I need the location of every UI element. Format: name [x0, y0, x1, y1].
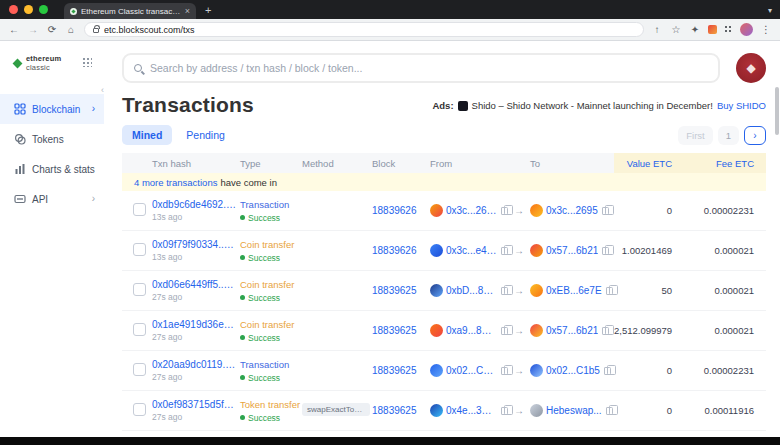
copy-icon[interactable]: [501, 407, 508, 415]
copy-icon[interactable]: [501, 327, 508, 335]
search-icon: [134, 64, 142, 72]
to-avatar: [530, 364, 543, 377]
block-link[interactable]: 18839625: [372, 405, 430, 416]
txn-hash-link[interactable]: 0x20aa9dc0119...eb87: [152, 359, 236, 370]
from-address-link[interactable]: 0x3c...2695: [446, 205, 497, 216]
forward-button[interactable]: →: [27, 25, 39, 35]
search-input[interactable]: [150, 62, 708, 74]
tab-mined[interactable]: Mined: [122, 125, 172, 145]
sidebar-collapse-handle[interactable]: ‹: [101, 85, 104, 95]
block-link[interactable]: 18839625: [372, 365, 430, 376]
ethereum-classic-logo-icon: [13, 59, 23, 69]
from-address-link[interactable]: 0x02...C1b5: [446, 365, 497, 376]
browser-menu-icon[interactable]: ⋮: [760, 25, 772, 35]
to-avatar: [530, 204, 543, 217]
from-address-link[interactable]: 0x4e...3903: [446, 405, 497, 416]
col-fee-etc-sort[interactable]: Fee ETC: [680, 153, 766, 173]
copy-icon[interactable]: [606, 407, 613, 415]
ads-label: Ads:: [432, 100, 453, 111]
sidebar-item-blockchain[interactable]: Blockchain ›: [0, 94, 104, 124]
to-address-link[interactable]: 0x57...6b21: [546, 245, 598, 256]
txn-type-label: Coin transfer: [240, 239, 302, 250]
buy-shido-link[interactable]: Buy SHIDO: [717, 100, 766, 111]
copy-icon[interactable]: [602, 327, 609, 335]
tx-flag-icon[interactable]: [133, 363, 146, 376]
col-method: Method: [302, 158, 372, 169]
page-title: Transactions: [122, 93, 254, 117]
block-link[interactable]: 18839626: [372, 245, 430, 256]
sidebar-item-tokens[interactable]: Tokens: [0, 124, 104, 154]
browser-tab[interactable]: Ethereum Classic transactions... ×: [64, 3, 196, 19]
pagination: First 1 ›: [678, 126, 766, 145]
txn-age: 27s ago: [152, 412, 236, 422]
copy-icon[interactable]: [501, 367, 508, 375]
new-tab-button[interactable]: +: [205, 5, 211, 19]
scrollbar[interactable]: [775, 87, 779, 135]
profile-avatar[interactable]: [740, 23, 753, 36]
block-link[interactable]: 18839625: [372, 285, 430, 296]
to-address-link[interactable]: 0x57...6b21: [546, 325, 598, 336]
copy-icon[interactable]: [501, 207, 508, 215]
col-value-etc-sort[interactable]: Value ETC: [614, 153, 680, 173]
tx-flag-icon[interactable]: [133, 283, 146, 296]
txn-age: 13s ago: [152, 252, 236, 262]
back-button[interactable]: ←: [8, 25, 20, 35]
tx-flag-icon[interactable]: [133, 403, 146, 416]
home-button[interactable]: ⌂: [65, 25, 77, 35]
from-address-link[interactable]: 0xbD...8DbE: [446, 285, 497, 296]
copy-icon[interactable]: [501, 287, 508, 295]
from-address-link[interactable]: 0xa9...893b: [446, 325, 497, 336]
copy-icon[interactable]: [501, 247, 508, 255]
extensions-puzzle-icon[interactable]: ✦: [689, 25, 701, 35]
bookmark-star-icon[interactable]: ☆: [670, 25, 682, 35]
apps-grid-icon[interactable]: [82, 57, 92, 67]
chevron-down-icon[interactable]: ▾: [768, 6, 772, 15]
copy-icon[interactable]: [602, 207, 609, 215]
zoom-window-button[interactable]: [39, 5, 48, 14]
table-row: 0xd06e6449ff5...b75927s ago Coin transfe…: [122, 271, 766, 311]
tx-flag-icon[interactable]: [133, 243, 146, 256]
bottom-bar: [0, 437, 780, 445]
tx-flag-icon[interactable]: [133, 323, 146, 336]
share-icon[interactable]: ↑: [651, 25, 663, 35]
txn-fee: 0.00011916: [680, 405, 766, 416]
copy-icon[interactable]: [606, 287, 613, 295]
txn-hash-link[interactable]: 0x09f79f90334...2431: [152, 239, 236, 250]
from-address-link[interactable]: 0x3c...e4A9: [446, 245, 497, 256]
txn-hash-link[interactable]: 0x1ae4919d36e...8c19: [152, 319, 236, 330]
block-link[interactable]: 18839626: [372, 205, 430, 216]
tab-pending[interactable]: Pending: [176, 125, 235, 145]
txn-status: Success: [240, 213, 302, 223]
charts-icon: [14, 163, 26, 175]
pagination-first-button[interactable]: First: [678, 126, 712, 145]
to-address-link[interactable]: 0x02...C1b5: [546, 365, 600, 376]
to-address-link[interactable]: Hebeswap...: [546, 405, 602, 416]
txn-hash-link[interactable]: 0xdb9c6de4692...e856: [152, 199, 236, 210]
minimize-window-button[interactable]: [24, 5, 33, 14]
extension-icon[interactable]: [708, 25, 717, 34]
col-type: Type: [240, 158, 302, 169]
view-tabs: Mined Pending: [122, 125, 235, 145]
copy-icon[interactable]: [604, 367, 611, 375]
tab-title: Ethereum Classic transactions...: [81, 7, 181, 16]
close-window-button[interactable]: [9, 5, 18, 14]
pagination-page-number[interactable]: 1: [718, 126, 739, 145]
block-link[interactable]: 18839625: [372, 325, 430, 336]
to-address-link[interactable]: 0x3c...2695: [546, 205, 598, 216]
to-address-link[interactable]: 0xEB...6e7E: [546, 285, 602, 296]
tab-close-icon[interactable]: ×: [185, 7, 190, 16]
txn-hash-link[interactable]: 0x0ef983715d5f...95cf: [152, 399, 236, 410]
apps-icon[interactable]: [724, 25, 733, 34]
sidebar-item-api[interactable]: API ›: [0, 184, 104, 214]
sidebar-item-charts-stats[interactable]: Charts & stats: [0, 154, 104, 184]
txn-fee: 0.000021: [680, 245, 766, 256]
pagination-next-button[interactable]: ›: [744, 126, 766, 145]
network-logo[interactable]: ◆: [736, 53, 766, 83]
new-transactions-link[interactable]: 4 more transactions: [134, 177, 217, 188]
txn-hash-link[interactable]: 0xd06e6449ff5...b759: [152, 279, 236, 290]
main-content: ◆ Transactions Ads: Shido – Shido Networ…: [104, 41, 780, 437]
reload-button[interactable]: ⟳: [46, 25, 58, 35]
address-bar[interactable]: etc.blockscout.com/txs: [84, 22, 644, 37]
tx-flag-icon[interactable]: [133, 203, 146, 216]
copy-icon[interactable]: [602, 247, 609, 255]
